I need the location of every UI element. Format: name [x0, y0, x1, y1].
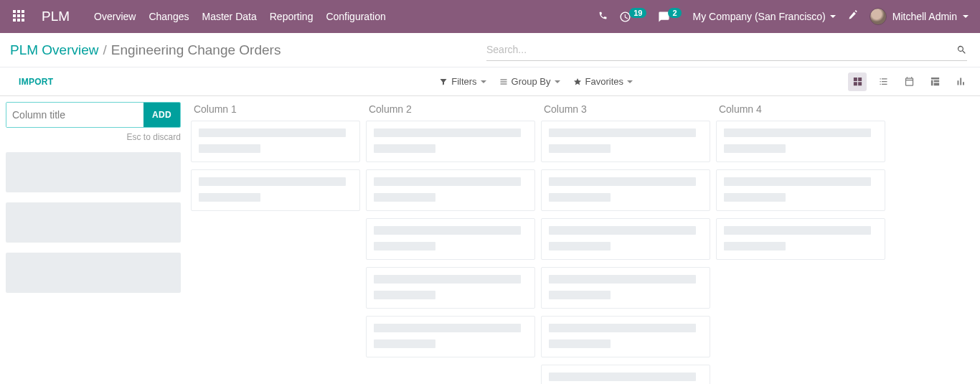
import-button[interactable]: IMPORT	[19, 77, 53, 87]
kanban-column-title[interactable]: Column 2	[369, 103, 535, 115]
kanban-card[interactable]	[366, 267, 535, 309]
kanban-card[interactable]	[541, 316, 710, 357]
kanban-column: Column 4	[716, 102, 885, 378]
placeholder-line	[549, 275, 696, 284]
phone-icon[interactable]	[598, 11, 608, 22]
pivot-view-button[interactable]	[925, 72, 944, 91]
placeholder-line	[549, 324, 696, 332]
placeholder-line	[549, 144, 611, 153]
caret-down-icon	[627, 80, 633, 83]
kanban-card[interactable]	[366, 218, 535, 260]
caret-down-icon	[830, 15, 836, 18]
placeholder-line	[549, 193, 611, 202]
kanban-card[interactable]	[366, 316, 535, 357]
pivot-icon	[930, 76, 941, 87]
activities-count-badge: 19	[629, 8, 646, 18]
kanban-card[interactable]	[541, 365, 710, 384]
search-box	[486, 39, 967, 61]
caret-down-icon	[963, 15, 969, 18]
main-navbar: PLM Overview Changes Master Data Reporti…	[0, 0, 980, 33]
placeholder-line	[549, 373, 696, 381]
placeholder-line	[724, 242, 786, 250]
placeholder-line	[199, 177, 346, 186]
list-view-button[interactable]	[874, 72, 892, 91]
filter-bar: Filters Group By Favorites	[439, 76, 633, 87]
kanban-card[interactable]	[716, 169, 885, 211]
kanban-card[interactable]	[191, 121, 360, 162]
developer-tools-icon[interactable]	[847, 10, 858, 23]
company-switcher[interactable]: My Company (San Francisco)	[693, 11, 836, 22]
nav-changes[interactable]: Changes	[149, 11, 189, 22]
calendar-icon	[904, 76, 915, 87]
kanban-card[interactable]	[541, 267, 710, 309]
kanban-card[interactable]	[716, 121, 885, 162]
placeholder-card	[6, 253, 181, 293]
placeholder-line	[374, 242, 435, 250]
add-column-button[interactable]: ADD	[143, 103, 180, 127]
placeholder-line	[549, 339, 611, 348]
placeholder-line	[549, 226, 696, 235]
nav-master-data[interactable]: Master Data	[202, 11, 256, 22]
new-column-title-input[interactable]	[6, 103, 143, 127]
placeholder-line	[374, 324, 521, 332]
placeholder-line	[724, 144, 786, 153]
control-panel: IMPORT Filters Group By Favorites	[0, 67, 980, 96]
search-input[interactable]	[486, 44, 956, 55]
placeholder-line	[724, 177, 871, 186]
placeholder-card	[6, 152, 181, 192]
kanban-card[interactable]	[366, 121, 535, 162]
kanban-card[interactable]	[541, 218, 710, 260]
kanban-board: ADD Esc to discard Column 1Column 2Colum…	[0, 96, 980, 384]
graph-view-button[interactable]	[951, 72, 970, 91]
kanban-card[interactable]	[191, 169, 360, 211]
calendar-view-button[interactable]	[900, 72, 918, 91]
favorites-dropdown[interactable]: Favorites	[573, 76, 633, 87]
messages-button[interactable]: 2	[658, 11, 681, 23]
nav-configuration[interactable]: Configuration	[326, 11, 385, 22]
placeholder-line	[374, 193, 435, 202]
placeholder-line	[374, 177, 521, 186]
placeholder-line	[549, 128, 696, 137]
breadcrumb-separator: /	[103, 42, 107, 58]
funnel-icon	[439, 78, 448, 86]
placeholder-line	[549, 291, 611, 299]
kanban-column: Column 3	[541, 102, 710, 378]
subheader: PLM Overview / Engineering Change Orders	[0, 33, 980, 67]
nav-reporting[interactable]: Reporting	[270, 11, 314, 22]
kanban-card[interactable]	[366, 169, 535, 211]
kanban-card[interactable]	[716, 218, 885, 260]
kanban-card[interactable]	[541, 169, 710, 211]
breadcrumb: PLM Overview / Engineering Change Orders	[10, 42, 281, 58]
favorites-label: Favorites	[585, 76, 623, 87]
kanban-card[interactable]	[541, 121, 710, 162]
placeholder-card	[6, 202, 181, 243]
placeholder-line	[549, 177, 696, 186]
kanban-column-title[interactable]: Column 1	[194, 103, 360, 115]
groupby-dropdown[interactable]: Group By	[499, 76, 560, 87]
kanban-column-title[interactable]: Column 4	[719, 103, 885, 115]
list-icon	[878, 76, 889, 87]
caret-down-icon	[481, 80, 486, 83]
kanban-view-button[interactable]	[848, 72, 867, 91]
nav-overview[interactable]: Overview	[94, 11, 136, 22]
kanban-column-title[interactable]: Column 3	[544, 103, 710, 115]
search-icon[interactable]	[956, 45, 967, 55]
placeholder-line	[199, 144, 260, 153]
user-menu[interactable]: Mitchell Admin	[870, 8, 969, 25]
discard-hint: Esc to discard	[6, 132, 181, 142]
new-column-panel: ADD Esc to discard	[6, 102, 181, 378]
messages-count-badge: 2	[668, 8, 681, 18]
kanban-icon	[852, 76, 863, 87]
apps-launcher-icon[interactable]	[13, 10, 26, 23]
avatar	[870, 8, 887, 25]
view-switcher	[848, 72, 970, 91]
activities-button[interactable]: 19	[619, 11, 646, 23]
placeholder-line	[374, 144, 435, 153]
placeholder-line	[374, 339, 435, 348]
app-name[interactable]: PLM	[42, 9, 70, 24]
breadcrumb-parent[interactable]: PLM Overview	[10, 42, 99, 58]
placeholder-line	[549, 242, 611, 250]
breadcrumb-current: Engineering Change Orders	[111, 42, 281, 58]
filters-dropdown[interactable]: Filters	[439, 76, 486, 87]
placeholder-line	[374, 291, 435, 299]
